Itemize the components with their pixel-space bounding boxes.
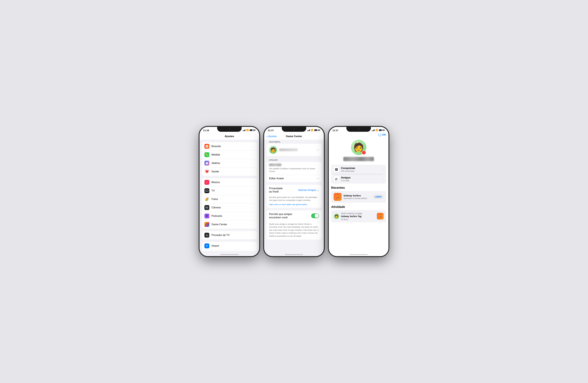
gc-privacy-link[interactable]: Veja como os seus dados são gerenciados.… — [267, 203, 321, 208]
conquistas-chevron: › — [383, 168, 384, 171]
atividade-info: Você começou a jogar Subway Surfers Tag … — [341, 212, 375, 221]
settings-row-saude[interactable]: ❤️ Saúde › — [202, 167, 257, 176]
gc-privacy-row[interactable]: Privacidadedo Perfil Apenas Amigos ⌄ — [267, 185, 321, 196]
settings-row-gamecenter[interactable]: 🎮 Game Center › — [202, 220, 257, 228]
svg-rect-10 — [336, 169, 337, 169]
airport-label: Airport — [211, 244, 253, 248]
settings-group-4: ✈ Airport › a Amazon › 🛍 Apple Store › — [202, 242, 257, 251]
conquistas-icon — [334, 167, 339, 172]
profile-stats-section: Conquistas 153 concluídas › Amigos 3 no … — [331, 165, 386, 183]
gc-apelido-blurred — [269, 164, 281, 166]
chevron-tv: › — [253, 189, 254, 192]
gc-profile-card: 🧑 ↗ — [267, 144, 321, 156]
amigos-icon — [334, 176, 339, 182]
wifi-icon-2: 📶 — [311, 129, 313, 131]
settings-row-airport[interactable]: ✈ Airport › — [202, 242, 257, 250]
settings-row-camera[interactable]: 📷 Câmera › — [202, 203, 257, 212]
time-2: 11:17 — [268, 129, 274, 132]
gc-toggle-card: Permitir que amigosencontrem você Ajude … — [267, 210, 321, 240]
screen-gc-profile: ··· OK 🧑 ↑ — [329, 134, 388, 256]
atalhos-label: Atalhos — [211, 162, 253, 165]
chevron-medida: › — [253, 154, 254, 156]
settings-row-musica[interactable]: ♪ Música › — [202, 178, 257, 187]
amigos-title: Amigos — [341, 176, 383, 179]
profile-username-blurred — [343, 157, 374, 161]
gc-friends-toggle[interactable] — [311, 213, 319, 218]
settings-row-bussola[interactable]: 🧭 Bússola › — [202, 142, 257, 151]
profile-badge-icon: ↑ — [362, 150, 366, 155]
gc-edit-avatar-row[interactable]: Editar Avatar ↗ — [267, 175, 321, 182]
screen-ajustes: Ajustes 🧭 Bússola › 📏 Medida › — [200, 134, 259, 256]
settings-row-tv[interactable]: tv TV › — [202, 187, 257, 195]
settings-row-fotos[interactable]: 🌈 Fotos › — [202, 195, 257, 203]
status-icons-2: 📶 85 — [307, 129, 320, 131]
camera-label: Câmera — [211, 206, 253, 209]
svg-text:🏃: 🏃 — [335, 194, 340, 199]
gc-profile-info — [279, 149, 317, 151]
gc-title: Game Center — [286, 135, 302, 138]
profile-screen-content[interactable]: 🧑 ↑ Conquistas 153 conc — [329, 137, 388, 251]
battery-1: 85 — [250, 129, 255, 131]
airport-icon: ✈ — [204, 244, 209, 248]
wifi-icon-3: 📶 — [376, 129, 378, 131]
chevron-atalhos: › — [253, 162, 254, 164]
nav-bar-profile: ··· OK — [329, 134, 388, 137]
open-button[interactable]: ABRIR — [373, 195, 384, 199]
bussola-icon: 🧭 — [204, 144, 209, 149]
gc-section-ver-perfil: VER PERFIL — [264, 140, 324, 144]
time-3: 11:17 — [333, 129, 338, 132]
podcasts-icon: 🎙 — [204, 214, 209, 219]
atividade-game-name: Subway Surfers Tag — [341, 215, 361, 218]
atividade-avatar: 🧑 — [334, 213, 339, 219]
profile-hero: 🧑 ↑ — [329, 137, 388, 165]
settings-scroll[interactable]: 🧭 Bússola › 📏 Medida › Atalhos › — [200, 140, 259, 251]
settings-group-2: ♪ Música › tv TV › 🌈 Fotos › 📷 — [202, 178, 257, 228]
gc-edit-avatar-label: Editar Avatar — [269, 177, 317, 180]
gc-privacy-card: Privacidadedo Perfil Apenas Amigos ⌄ Esc… — [267, 185, 321, 208]
status-icons-3: 📶 85 — [372, 129, 385, 131]
time-1: 11:16 — [203, 129, 209, 132]
ok-button[interactable]: ··· OK — [378, 134, 386, 136]
page-title-ajustes: Ajustes — [225, 135, 234, 138]
gc-settings-scroll[interactable]: VER PERFIL 🧑 ↗ APELIDO Seu apelido é — [264, 140, 324, 251]
musica-label: Música — [211, 181, 253, 184]
gc-privacy-desc: Escolha quem pode ver a sua atividade. S… — [267, 196, 321, 203]
back-to-ajustes[interactable]: ‹ Ajustes — [267, 135, 277, 138]
tv-label: TV — [211, 189, 253, 192]
phone-ajustes: 11:16 📶 85 Ajustes 🧭 Bússola › — [200, 127, 259, 256]
settings-row-podcasts[interactable]: 🎙 Podcasts › — [202, 212, 257, 220]
gc-privacy-label: Privacidadedo Perfil — [269, 187, 283, 194]
bussola-label: Bússola — [211, 145, 253, 148]
gamecenter-icon: 🎮 — [204, 222, 209, 227]
profile-row-amigos[interactable]: Amigos 3 no total › — [331, 174, 386, 183]
notch-3 — [346, 127, 371, 132]
gc-profile-row[interactable]: 🧑 ↗ — [267, 144, 321, 156]
atividade-card: 🧑 Você começou a jogar Subway Surfers Ta… — [331, 210, 386, 222]
nav-bar-ajustes: Ajustes — [200, 134, 259, 140]
status-icons-1: 📶 85 — [243, 129, 255, 131]
profile-row-conquistas[interactable]: Conquistas 153 concluídas › — [331, 165, 386, 174]
chevron-fotos: › — [253, 198, 254, 200]
tvprovider-icon: S — [204, 233, 209, 238]
gc-toggle-label: Permitir que amigosencontrem você — [269, 212, 311, 219]
chevron-musica: › — [253, 181, 254, 183]
settings-row-atalhos[interactable]: Atalhos › — [202, 159, 257, 167]
gc-toggle-row: Permitir que amigosencontrem você — [267, 210, 321, 221]
tv-icon: tv — [204, 188, 209, 193]
medida-icon: 📏 — [204, 152, 209, 157]
settings-row-medida[interactable]: 📏 Medida › — [202, 151, 257, 159]
phone-gamecenter-settings: 11:17 📶 85 ‹ Ajustes Game Center VER PER… — [264, 127, 324, 256]
gc-apelido-row[interactable]: Seu apelido é público e representará voc… — [267, 162, 321, 175]
profile-avatar-large: 🧑 ↑ — [351, 140, 366, 155]
settings-row-tvprovider[interactable]: S Provedor de TV › — [202, 231, 257, 239]
signal-icon-2 — [307, 129, 310, 131]
chevron-podcasts: › — [253, 215, 254, 217]
signal-icon — [243, 129, 245, 131]
atalhos-icon — [204, 161, 209, 166]
medida-label: Medida — [211, 153, 253, 156]
fotos-icon: 🌈 — [204, 197, 209, 202]
svg-text:···: ··· — [379, 134, 380, 136]
gc-toggle-desc: Ajude seus amigos e amigas do Game Cente… — [267, 221, 321, 240]
saude-icon: ❤️ — [204, 169, 209, 174]
nav-bar-gc: ‹ Ajustes Game Center — [264, 134, 324, 140]
